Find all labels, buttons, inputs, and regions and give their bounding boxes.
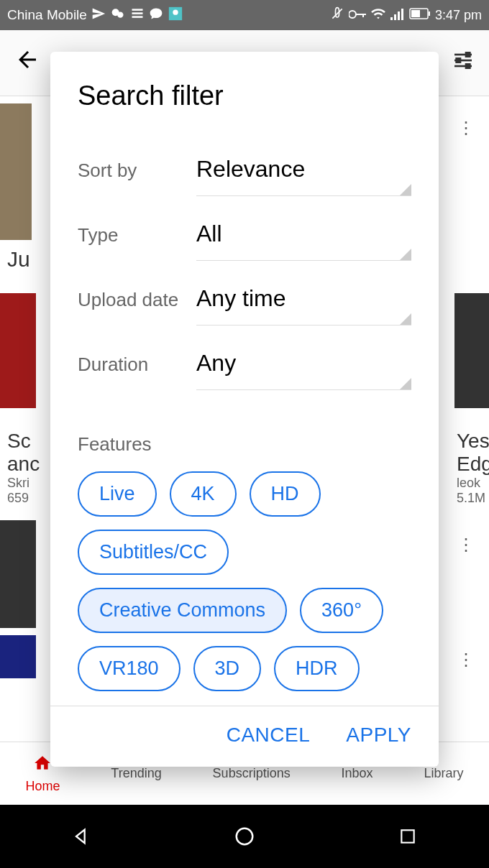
filter-label: Sort by <box>78 146 182 183</box>
filter-row-duration: Duration Any <box>78 340 411 405</box>
wifi-icon <box>370 7 386 24</box>
chip-4k[interactable]: 4K <box>170 471 237 517</box>
chat-icon <box>149 6 163 24</box>
battery-icon <box>409 8 431 23</box>
sort-by-select[interactable]: Relevance <box>196 146 411 196</box>
filter-value: Any <box>196 350 411 377</box>
feature-chips: Live 4K HD Subtitles/CC Creative Commons… <box>78 471 411 691</box>
time-label: 3:47 pm <box>435 8 482 23</box>
cancel-button[interactable]: CANCEL <box>227 724 311 747</box>
svg-point-6 <box>173 9 178 14</box>
filter-value: All <box>196 221 411 247</box>
filter-value: Relevance <box>196 156 411 183</box>
vpn-key-icon <box>349 8 366 23</box>
status-left: China Mobile <box>7 6 330 25</box>
chip-creative-commons[interactable]: Creative Commons <box>78 588 287 633</box>
svg-rect-12 <box>394 14 396 20</box>
chip-hd[interactable]: HD <box>250 471 321 517</box>
filter-row-type: Type All <box>78 211 411 275</box>
svg-point-8 <box>349 11 356 18</box>
filter-label: Upload date <box>78 275 182 313</box>
svg-rect-14 <box>401 9 403 20</box>
dialog-overlay: Search filter Sort by Relevance Type All… <box>0 30 489 868</box>
filter-label: Type <box>78 211 182 248</box>
svg-rect-16 <box>411 10 420 17</box>
status-right: 3:47 pm <box>330 6 482 24</box>
svg-rect-11 <box>390 17 393 20</box>
chip-subtitles[interactable]: Subtitles/CC <box>78 530 229 575</box>
status-bar: China Mobile 3:47 pm <box>0 0 489 30</box>
chip-3d[interactable]: 3D <box>193 646 262 691</box>
filter-value: Any time <box>196 285 411 312</box>
chip-hdr[interactable]: HDR <box>274 646 360 691</box>
svg-rect-17 <box>429 11 430 16</box>
stack-icon <box>130 6 145 24</box>
wechat-icon <box>110 6 126 24</box>
chip-360[interactable]: 360° <box>300 588 383 633</box>
svg-point-1 <box>117 11 123 17</box>
svg-rect-4 <box>132 16 142 18</box>
svg-rect-9 <box>356 14 366 15</box>
svg-rect-10 <box>362 14 364 17</box>
mute-icon <box>330 6 344 24</box>
dialog-body: Search filter Sort by Relevance Type All… <box>50 52 439 706</box>
features-section: Features Live 4K HD Subtitles/CC Creativ… <box>78 433 411 691</box>
dialog-actions: CANCEL APPLY <box>50 706 439 767</box>
type-select[interactable]: All <box>196 211 411 261</box>
search-filter-dialog: Search filter Sort by Relevance Type All… <box>50 52 439 767</box>
filter-row-sortby: Sort by Relevance <box>78 146 411 211</box>
carrier-label: China Mobile <box>7 7 87 23</box>
duration-select[interactable]: Any <box>196 340 411 390</box>
svg-rect-13 <box>398 11 400 20</box>
apply-button[interactable]: APPLY <box>346 724 411 747</box>
filter-row-upload-date: Upload date Any time <box>78 275 411 340</box>
chip-live[interactable]: Live <box>78 471 157 517</box>
dialog-title: Search filter <box>78 80 411 111</box>
svg-rect-2 <box>132 9 142 11</box>
chip-vr180[interactable]: VR180 <box>78 646 180 691</box>
svg-rect-3 <box>132 12 142 14</box>
features-title: Features <box>78 433 411 456</box>
app-icon <box>168 6 183 25</box>
signal-icon <box>390 7 405 24</box>
send-icon <box>91 6 106 24</box>
filter-label: Duration <box>78 340 182 377</box>
upload-date-select[interactable]: Any time <box>196 275 411 326</box>
